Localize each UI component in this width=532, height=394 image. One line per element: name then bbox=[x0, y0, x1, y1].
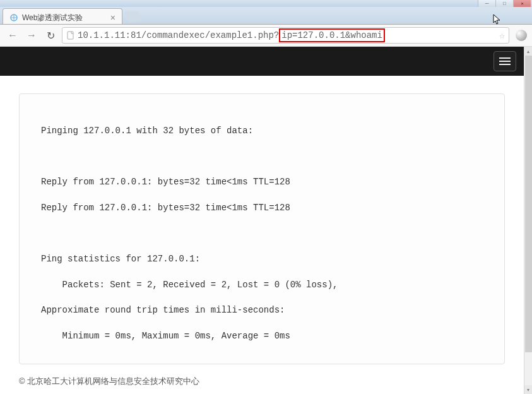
page-icon bbox=[66, 31, 75, 40]
browser-menu-icon[interactable] bbox=[516, 30, 527, 41]
browser-tab-strip: Web渗透测试实验 × bbox=[0, 7, 532, 25]
new-tab-button[interactable] bbox=[124, 11, 141, 21]
tab-close-icon[interactable]: × bbox=[110, 13, 115, 23]
maximize-button[interactable]: □ bbox=[495, 0, 513, 7]
url-prefix: 10.1.1.11:81/commandexec/example1.php? bbox=[78, 30, 279, 40]
browser-tab[interactable]: Web渗透测试实验 × bbox=[3, 8, 122, 24]
address-bar[interactable]: 10.1.1.11:81/commandexec/example1.php?ip… bbox=[62, 27, 509, 44]
url-highlighted-param: ip=127.0.0.1&whoami bbox=[279, 28, 385, 42]
scroll-thumb[interactable] bbox=[525, 56, 532, 352]
svg-rect-1 bbox=[68, 32, 73, 39]
back-button[interactable]: ← bbox=[5, 28, 20, 43]
tab-favicon-icon bbox=[9, 13, 18, 22]
url-text: 10.1.1.11:81/commandexec/example1.php?ip… bbox=[78, 28, 497, 42]
minimize-button[interactable]: ─ bbox=[478, 0, 495, 7]
tab-title: Web渗透测试实验 bbox=[22, 13, 83, 23]
forward-button[interactable]: → bbox=[24, 28, 39, 43]
close-window-button[interactable]: × bbox=[513, 0, 531, 7]
command-output: Pinging 127.0.0.1 with 32 bytes of data:… bbox=[41, 124, 483, 342]
output-panel: Pinging 127.0.0.1 with 32 bytes of data:… bbox=[19, 93, 505, 364]
window-titlebar: ─ □ × bbox=[0, 0, 532, 7]
page-navbar bbox=[0, 47, 524, 76]
scroll-down-button[interactable]: ▾ bbox=[524, 385, 532, 394]
vertical-scrollbar[interactable]: ▴ ▾ bbox=[524, 47, 532, 394]
hamburger-menu-button[interactable] bbox=[494, 51, 516, 71]
window-controls: ─ □ × bbox=[478, 0, 531, 7]
page-content-area: Pinging 127.0.0.1 with 32 bytes of data:… bbox=[0, 47, 524, 394]
scroll-up-button[interactable]: ▴ bbox=[524, 47, 532, 56]
browser-toolbar: ← → ↻ 10.1.1.11:81/commandexec/example1.… bbox=[0, 25, 532, 47]
reload-button[interactable]: ↻ bbox=[43, 28, 58, 43]
bookmark-star-icon[interactable]: ☆ bbox=[499, 30, 505, 42]
page-footer: © 北京哈工大计算机网络与信息安全技术研究中心 bbox=[19, 376, 505, 387]
